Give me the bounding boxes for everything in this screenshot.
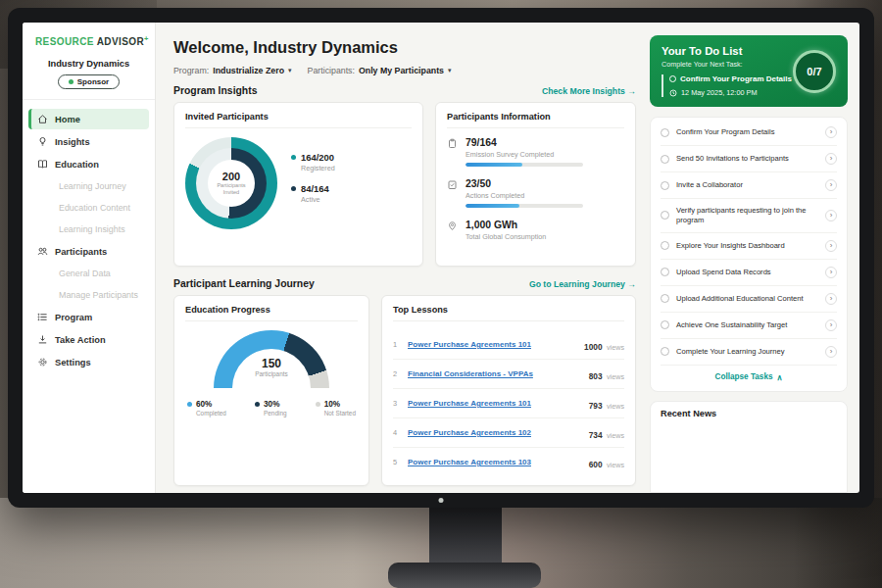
task-row-upload-spend-data[interactable]: Upload Spend Data Records › — [661, 260, 837, 286]
task-row-explore-insights[interactable]: Explore Your Insights Dashboard › — [661, 233, 837, 260]
sidebar-item-manage-participants[interactable]: Manage Participants — [28, 285, 149, 305]
stat-actions-completed: 23/50 Actions Completed — [447, 178, 624, 208]
views-suffix: views — [607, 461, 624, 469]
invited-participants-card: Invited Participants 200 Participants In… — [173, 102, 423, 267]
sidebar-item-education-content[interactable]: Education Content — [28, 198, 149, 218]
gauge-center-value: 150 — [214, 357, 329, 370]
sidebar-item-insights[interactable]: Insights — [28, 131, 149, 152]
task-checkbox[interactable] — [661, 155, 669, 164]
chevron-right-icon[interactable]: › — [825, 319, 837, 331]
task-row-invite-collaborator[interactable]: Invite a Collaborator › — [661, 172, 837, 199]
sidebar-item-label: Learning Journey — [59, 181, 126, 191]
task-checkbox[interactable] — [661, 294, 669, 303]
sidebar-divider — [23, 99, 155, 100]
download-arrow-icon — [37, 334, 48, 345]
participants-icon — [37, 246, 48, 257]
lesson-rank: 4 — [393, 428, 401, 437]
task-checkbox[interactable] — [661, 181, 669, 190]
chevron-right-icon[interactable]: › — [825, 346, 837, 358]
sidebar-item-label: Manage Participants — [59, 290, 138, 300]
sidebar-item-program[interactable]: Program — [28, 307, 149, 327]
gauge-center: 150 Participants — [214, 357, 329, 377]
page-title: Welcome, Industry Dynamics — [173, 38, 636, 57]
sidebar-item-learning-journey[interactable]: Learning Journey — [28, 176, 149, 196]
todo-next-task[interactable]: Confirm Your Program Details 12 May 2025… — [662, 74, 799, 97]
donut-center-label: Participants Invited — [212, 182, 251, 196]
sponsor-dot-icon — [69, 79, 74, 84]
sidebar-item-home[interactable]: Home — [28, 109, 149, 129]
task-checkbox[interactable] — [661, 241, 669, 250]
lesson-rank: 5 — [393, 458, 401, 466]
chevron-right-icon[interactable]: › — [825, 210, 837, 221]
insights-icon — [37, 136, 48, 147]
next-task-label: Confirm Your Program Details — [680, 74, 792, 83]
location-pin-icon — [447, 220, 458, 231]
program-filter-dropdown[interactable]: Program: Industrialize Zero ▾ — [173, 66, 292, 75]
sidebar-item-take-action[interactable]: Take Action — [28, 329, 149, 350]
sidebar-item-general-data[interactable]: General Data — [28, 264, 149, 283]
chevron-right-icon[interactable]: › — [825, 267, 837, 278]
sidebar-item-label: Participants — [55, 247, 107, 257]
chevron-right-icon[interactable]: › — [825, 153, 837, 165]
task-checkbox[interactable] — [661, 268, 669, 276]
sidebar-item-learning-insights[interactable]: Learning Insights — [28, 220, 149, 239]
due-date: 12 May 2025, 12:00 PM — [681, 88, 757, 97]
stat-value: 23/50 — [466, 178, 583, 189]
card-title: Invited Participants — [185, 112, 412, 128]
stat-global-consumption: 1,000 GWh Total Global Consumption — [447, 220, 624, 245]
task-checkbox[interactable] — [661, 320, 669, 329]
list-icon — [37, 312, 48, 322]
arrow-right-icon: → — [627, 279, 636, 289]
chevron-right-icon[interactable]: › — [825, 240, 837, 252]
logo-advisor: ADVISOR — [97, 36, 144, 47]
monitor-stand-base — [388, 563, 541, 588]
top-lessons-card: Top Lessons 1 Power Purchase Agreements … — [381, 295, 636, 486]
task-label: Upload Spend Data Records — [676, 268, 818, 277]
chevron-right-icon[interactable]: › — [825, 179, 837, 191]
section-title: Participant Learning Journey — [173, 278, 315, 289]
task-row-confirm-program[interactable]: Confirm Your Program Details › — [661, 120, 837, 146]
lesson-row: 2 Financial Considerations - VPPAs 803 v… — [393, 360, 624, 389]
logo-plus: + — [144, 34, 149, 43]
task-row-verify-participants[interactable]: Verify participants requesting to join t… — [661, 199, 837, 233]
chevron-right-icon[interactable]: › — [825, 126, 837, 138]
card-title: Top Lessons — [393, 305, 624, 321]
task-row-achieve-target[interactable]: Achieve One Sustainability Target › — [661, 313, 837, 339]
task-row-complete-learning-journey[interactable]: Complete Your Learning Journey › — [661, 339, 837, 366]
task-label: Upload Additional Educational Content — [676, 294, 818, 304]
participants-filter-dropdown[interactable]: Participants: Only My Participants ▾ — [308, 66, 452, 75]
sponsor-badge[interactable]: Sponsor — [58, 74, 120, 89]
task-checkbox[interactable] — [661, 347, 669, 356]
lesson-views: 793 — [589, 401, 603, 411]
book-icon — [37, 159, 48, 170]
lesson-rank: 1 — [393, 340, 401, 349]
collapse-tasks-button[interactable]: Collapse Tasks ∧ — [661, 366, 837, 389]
lesson-link[interactable]: Power Purchase Agreements 101 — [408, 399, 582, 408]
lesson-link[interactable]: Power Purchase Agreements 103 — [408, 458, 582, 466]
task-row-send-invitations[interactable]: Send 50 Invitations to Participants › — [661, 146, 837, 172]
task-checkbox[interactable] — [661, 211, 669, 220]
link-label: Check More Insights — [542, 86, 625, 96]
task-row-upload-educational-content[interactable]: Upload Additional Educational Content › — [661, 286, 837, 313]
lesson-views: 600 — [589, 460, 603, 469]
legend-item-registered: 164/200 Registered — [291, 152, 335, 172]
sidebar-item-education[interactable]: Education — [28, 154, 149, 174]
chevron-right-icon[interactable]: › — [825, 293, 837, 305]
todo-progress-ring: 0/7 — [793, 50, 836, 93]
sidebar-item-settings[interactable]: Settings — [28, 352, 149, 372]
progress-bar-fill — [466, 204, 519, 208]
sidebar-item-label: General Data — [59, 269, 111, 278]
go-to-learning-journey-link[interactable]: Go to Learning Journey → — [529, 279, 636, 289]
lesson-link[interactable]: Power Purchase Agreements 102 — [408, 428, 582, 437]
sidebar-item-participants[interactable]: Participants — [28, 241, 149, 262]
checklist-icon — [447, 179, 458, 190]
filter-label: Program: — [173, 66, 209, 75]
task-checkbox[interactable] — [661, 128, 669, 137]
lesson-link[interactable]: Financial Considerations - VPPAs — [408, 369, 582, 378]
invited-legend: 164/200 Registered 84/164 Active — [291, 152, 335, 215]
lesson-link[interactable]: Power Purchase Agreements 101 — [408, 340, 577, 349]
lesson-views: 734 — [589, 430, 603, 440]
gear-icon — [37, 357, 48, 368]
check-more-insights-link[interactable]: Check More Insights → — [542, 86, 636, 96]
education-gauge: 150 Participants — [214, 330, 329, 389]
